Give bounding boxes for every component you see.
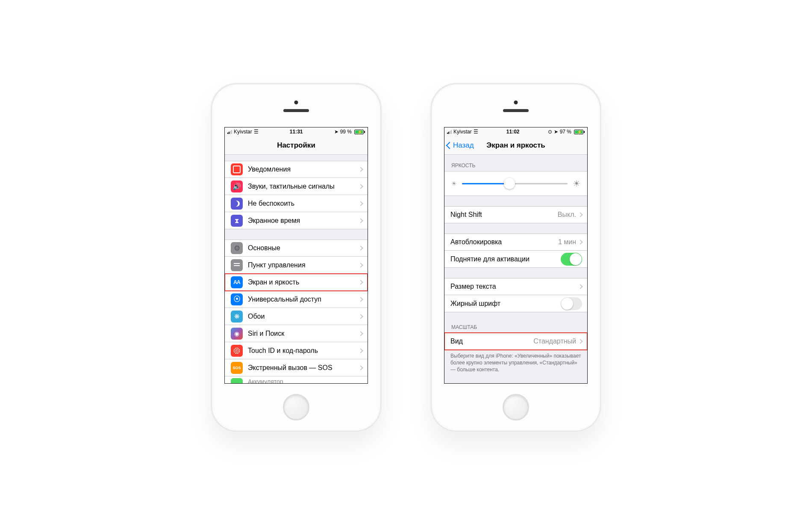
back-button[interactable]: Назад [447, 141, 474, 150]
row-label: Звуки, тактильные сигналы [248, 183, 359, 190]
row-access[interactable]: ⦿Универсальный доступ [225, 291, 368, 308]
page-title: Настройки [277, 141, 315, 150]
row-siri[interactable]: ◉Siri и Поиск [225, 325, 368, 342]
row-label: Аккумулятор [248, 378, 362, 383]
bold-toggle[interactable] [561, 297, 582, 310]
row-notif[interactable]: Уведомления [225, 161, 368, 178]
battery-percent: 99 % [340, 129, 352, 135]
battery-icon: ⚡ [353, 130, 365, 134]
phone-earpiece [503, 109, 529, 112]
sun-big-icon: ☀ [573, 178, 580, 189]
row-hourglass[interactable]: ⧗Экранное время [225, 212, 368, 229]
zoom-footer: Выберите вид для iPhone: «Увеличенный» п… [444, 350, 587, 373]
chevron-right-icon [358, 218, 363, 223]
home-button[interactable] [503, 394, 529, 420]
row-label: Не беспокоить [248, 200, 359, 207]
row-label: Экран и яркость [248, 278, 359, 286]
row-raise-to-wake[interactable]: Поднятие для активации [444, 251, 587, 268]
chevron-right-icon [578, 240, 583, 244]
battery-icon [231, 378, 243, 383]
brightness-header: ЯРКОСТЬ [444, 160, 587, 171]
night-shift-label: Night Shift [450, 211, 558, 219]
alarm-icon: ⊙ [548, 129, 552, 135]
row-view[interactable]: Вид Стандартный [444, 333, 587, 350]
row-sliders[interactable]: Пункт управления [225, 257, 368, 274]
siri-icon: ◉ [231, 328, 243, 340]
chevron-right-icon [358, 246, 363, 250]
chevron-right-icon [358, 297, 363, 302]
row-bold-text[interactable]: Жирный шрифт [444, 295, 587, 312]
chevron-right-icon [358, 314, 363, 319]
row-label: Основные [248, 244, 359, 252]
row-sos[interactable]: SOSЭкстренный вызов — SOS [225, 359, 368, 376]
battery-icon: ⚡ [573, 130, 585, 134]
auto-lock-value: 1 мин [558, 238, 576, 246]
chevron-right-icon [358, 348, 363, 353]
slider-thumb[interactable] [504, 178, 515, 189]
chevron-right-icon [358, 280, 363, 284]
bold-label: Жирный шрифт [450, 300, 561, 308]
row-moon[interactable]: Не беспокоить [225, 195, 368, 212]
touchid-icon [231, 345, 243, 357]
flower-icon: ❋ [231, 311, 243, 323]
chevron-right-icon [358, 331, 363, 336]
access-icon: ⦿ [231, 293, 243, 305]
row-sound[interactable]: 🔊Звуки, тактильные сигналы [225, 178, 368, 195]
chevron-left-icon [446, 142, 453, 149]
row-battery-cutoff[interactable]: Аккумулятор [225, 376, 368, 383]
row-gear[interactable]: ⚙Основные [225, 240, 368, 257]
back-label: Назад [453, 141, 474, 150]
auto-lock-label: Автоблокировка [450, 238, 558, 246]
row-label: Экстренный вызов — SOS [248, 364, 359, 372]
signal-icon [447, 130, 452, 134]
row-flower[interactable]: ❋Обои [225, 308, 368, 325]
phone-left-mockup: Kyivstar ☰ 11:31 ➤ 99 % ⚡ Настройки Увед… [212, 84, 380, 431]
row-label: Пункт управления [248, 261, 359, 269]
status-bar: Kyivstar ☰ 11:02 ⊙ ➤ 97 % ⚡ [444, 127, 587, 136]
screen-settings: Kyivstar ☰ 11:31 ➤ 99 % ⚡ Настройки Увед… [224, 127, 368, 384]
location-icon: ➤ [554, 129, 558, 135]
sliders-icon [231, 259, 243, 271]
page-title: Экран и яркость [486, 141, 545, 150]
view-value: Стандартный [533, 337, 576, 345]
sun-small-icon: ☀ [451, 180, 457, 187]
phone-camera [294, 101, 298, 104]
moon-icon [231, 198, 243, 210]
phone-camera [514, 101, 518, 104]
home-button[interactable] [283, 394, 309, 420]
row-label: Обои [248, 313, 359, 320]
brightness-slider-row[interactable]: ☀ ☀ [444, 171, 587, 196]
row-label: Siri и Поиск [248, 330, 359, 337]
aa-icon: AA [231, 276, 243, 288]
hourglass-icon: ⧗ [231, 215, 243, 227]
nav-bar: Назад Экран и яркость [444, 136, 587, 155]
row-auto-lock[interactable]: Автоблокировка 1 мин [444, 234, 587, 251]
chevron-right-icon [358, 263, 363, 267]
row-text-size[interactable]: Размер текста [444, 278, 587, 295]
raise-toggle[interactable] [561, 253, 582, 266]
carrier-label: Kyivstar [234, 129, 252, 135]
text-size-label: Размер текста [450, 283, 579, 290]
row-label: Универсальный доступ [248, 296, 359, 303]
wifi-icon: ☰ [474, 129, 478, 135]
signal-icon [227, 130, 232, 134]
chevron-right-icon [578, 284, 583, 289]
row-label: Touch ID и код-пароль [248, 347, 359, 355]
raise-label: Поднятие для активации [450, 255, 561, 263]
row-touchid[interactable]: Touch ID и код-пароль [225, 342, 368, 359]
row-label: Уведомления [248, 166, 359, 173]
settings-list[interactable]: Уведомления🔊Звуки, тактильные сигналыНе … [225, 155, 368, 383]
chevron-right-icon [358, 201, 363, 206]
night-shift-value: Выкл. [558, 211, 576, 219]
battery-percent: 97 % [560, 129, 571, 135]
chevron-right-icon [358, 184, 363, 189]
row-aa[interactable]: AAЭкран и яркость [225, 274, 368, 291]
gear-icon: ⚙ [231, 242, 243, 254]
row-night-shift[interactable]: Night Shift Выкл. [444, 206, 587, 223]
brightness-slider[interactable] [462, 183, 568, 184]
screen-display-brightness: Kyivstar ☰ 11:02 ⊙ ➤ 97 % ⚡ Назад Экран … [444, 127, 588, 384]
chevron-right-icon [578, 212, 583, 217]
brightness-list[interactable]: ЯРКОСТЬ ☀ ☀ Night Shift Выкл. Автоблоки [444, 155, 587, 383]
row-label: Экранное время [248, 217, 359, 225]
phone-right-mockup: Kyivstar ☰ 11:02 ⊙ ➤ 97 % ⚡ Назад Экран … [432, 84, 600, 431]
